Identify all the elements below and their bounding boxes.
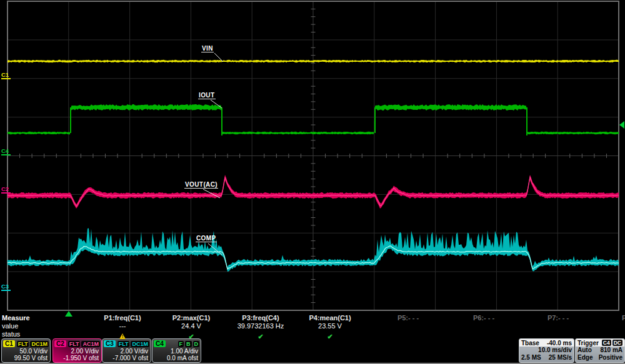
measure-row-status: status [2, 330, 20, 338]
c3-offset: -7.000 V ofst [102, 355, 151, 362]
measure-p8[interactable]: P8:- - - [586, 314, 625, 322]
trigger-level-marker [619, 121, 624, 129]
c1-offset: 99.50 V ofst [2, 355, 50, 362]
c2-badge: C2 [54, 340, 66, 347]
measure-title: Measure [2, 314, 30, 322]
c1-zero-marker[interactable]: C1 [1, 71, 11, 79]
timebase-scale: 10.0 ms/div [538, 347, 572, 354]
trigger-title: Trigger [578, 340, 599, 347]
check-icon: ✔ [188, 333, 194, 340]
c3-coupling-badge-flt: FLT [118, 341, 130, 347]
trigger-level: 810 mA [600, 347, 622, 354]
c4-badge-d: D [193, 341, 200, 347]
c2-coupling-badge-flt: FLT [68, 341, 81, 347]
vout-trace-label: VOUT(AC) [184, 181, 218, 189]
trigger-slope: Positive [599, 354, 622, 362]
c1-coupling-badge-dc1m: DC1M [30, 341, 49, 347]
c4-zero-marker[interactable]: C4 [1, 147, 11, 155]
comp-trace-label: COMP [196, 235, 217, 242]
timebase-offset: -40.0 ms [547, 340, 572, 347]
timebase-panel[interactable]: Tbase -40.0 ms 10.0 ms/div 2.5 MS 25 MS/… [519, 338, 574, 363]
timebase-samples: 2.5 MS [521, 354, 541, 362]
trigger-mode: Auto [578, 347, 592, 354]
trigger-panel[interactable]: Trigger C4 DC Auto 810 mA Edge Positive [575, 338, 625, 363]
c2-coupling-badge-ac1m: AC1M [81, 341, 100, 347]
warning-icon: ! [119, 333, 126, 339]
measure-panel: Measure value status P1:freq(C1) --- ! P… [0, 310, 625, 338]
c2-offset: -1.950 V ofst [53, 355, 101, 362]
p4-status: ✔ [283, 330, 377, 338]
channel-box-c2[interactable]: C2 FLT AC1M 2.00 V/div -1.950 V ofst [52, 338, 102, 363]
channel-box-c4[interactable]: C4 F B D 1.00 A/div 0.0 mA ofst [152, 338, 201, 363]
oscilloscope-screen: C1 C4 C2 C3 VIN IOUT VOUT(AC) COMP Measu… [0, 0, 625, 364]
c1-scale: 50.0 V/div [2, 348, 50, 355]
c3-badge: C3 [104, 340, 116, 347]
c2-zero-marker[interactable]: C2 [1, 185, 11, 194]
c4-scale: 1.00 A/div [152, 348, 201, 355]
trigger-coupling-badge: DC [612, 340, 622, 346]
c4-badge: C4 [154, 340, 166, 347]
c2-scale: 2.00 V/div [53, 348, 101, 355]
trigger-type: Edge [578, 354, 592, 362]
check-icon: ✔ [258, 333, 263, 340]
channel-box-c3[interactable]: C3 FLT DC1M 2.00 V/div -7.000 V ofst [102, 338, 151, 363]
c3-zero-marker[interactable]: C3 [1, 283, 11, 291]
vin-trace-label: VIN [201, 45, 214, 52]
c3-scale: 2.00 V/div [102, 348, 151, 355]
measure-row-value: value [2, 322, 18, 330]
timebase-title: Tbase [521, 340, 539, 347]
c4-offset: 0.0 mA ofst [152, 355, 201, 362]
timebase-rate: 25 MS/s [549, 354, 572, 362]
c1-coupling-badge-flt: FLT [17, 341, 29, 347]
channel-box-c1[interactable]: C1 FLT DC1M 50.0 V/div 99.50 V ofst [1, 338, 51, 363]
trigger-source-badge: C4 [602, 340, 611, 346]
c1-badge: C1 [3, 340, 15, 347]
iout-trace-label: IOUT [198, 92, 216, 99]
p4-value: 23.55 V [283, 322, 377, 330]
check-icon: ✔ [327, 333, 332, 340]
c4-badge-b: B [185, 341, 192, 347]
c4-badge-f: F [178, 341, 184, 347]
p8-label: P8:- - - [586, 314, 625, 322]
waveform-display[interactable] [0, 0, 625, 318]
c3-coupling-badge-dc1m: DC1M [131, 341, 149, 347]
